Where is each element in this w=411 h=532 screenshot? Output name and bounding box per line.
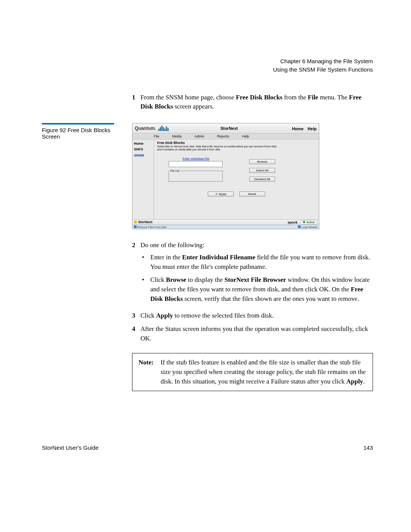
select-all-button[interactable]: Select All bbox=[249, 168, 275, 173]
file-list-legend: File List bbox=[169, 169, 180, 172]
figure-caption: Figure 92 Free Disk Blocks Screen bbox=[42, 127, 127, 140]
sidebar-item-home[interactable]: Home bbox=[133, 141, 153, 147]
sidebar: Home SNFS SNSM bbox=[132, 139, 154, 219]
help-link[interactable]: Help bbox=[307, 126, 317, 131]
check-icon: ✔ bbox=[215, 192, 218, 196]
brand-logo: Quantum. bbox=[135, 126, 156, 131]
page-header: Chapter 6 Managing the File System Using… bbox=[42, 57, 373, 74]
panel-title: Free Disk Blocks bbox=[157, 141, 316, 145]
footer-guide: StorNext User's Guide bbox=[42, 444, 99, 451]
logo-waves-icon bbox=[158, 126, 169, 131]
footer-host: spock bbox=[288, 220, 298, 224]
sidebar-item-snfs[interactable]: SNFS bbox=[133, 147, 153, 153]
status-left-text: Remove Files From Disk bbox=[137, 226, 167, 228]
active-pill: Active bbox=[300, 220, 317, 224]
sidebar-item-snsm[interactable]: SNSM bbox=[133, 153, 153, 159]
apply-button[interactable]: ✔Apply bbox=[208, 192, 234, 197]
content-panel: Free Disk Blocks Select files to remove … bbox=[154, 139, 319, 219]
panel-description: Select files to remove from disk. Note t… bbox=[157, 145, 279, 152]
reset-button[interactable]: Reset bbox=[239, 192, 265, 197]
menu-admin[interactable]: Admin bbox=[194, 134, 204, 138]
status-dot-icon bbox=[134, 220, 137, 224]
note-box: Note: If the stub files feature is enabl… bbox=[132, 353, 373, 391]
browse-button[interactable]: Browse bbox=[249, 159, 275, 164]
active-dot-icon bbox=[303, 221, 305, 223]
menu-bar: File Media Admin Reports Help bbox=[132, 134, 319, 139]
deselect-all-button[interactable]: Deselect All bbox=[249, 177, 275, 182]
enter-individual-file-link[interactable]: Enter Individual File bbox=[177, 157, 215, 160]
bullet-browse: • Click Browse to display the StorNext F… bbox=[140, 275, 373, 304]
figure-rule bbox=[42, 123, 114, 125]
app-topbar: Quantum. StorNext Home Help bbox=[132, 123, 319, 134]
individual-file-input[interactable] bbox=[169, 161, 223, 167]
menu-file[interactable]: File bbox=[154, 134, 159, 138]
footer-app: StorNext bbox=[138, 220, 153, 224]
menu-reports[interactable]: Reports bbox=[217, 134, 229, 138]
status-right-text: Local intranet bbox=[301, 226, 317, 228]
free-disk-blocks-screenshot: Quantum. StorNext Home Help File Media A… bbox=[132, 123, 319, 229]
menu-media[interactable]: Media bbox=[172, 134, 182, 138]
step-3: 3 Click Apply to remove the selected fil… bbox=[132, 311, 373, 321]
note-label: Note: bbox=[139, 358, 161, 386]
home-link[interactable]: Home bbox=[292, 126, 304, 131]
chapter-title: Chapter 6 Managing the File System bbox=[42, 57, 373, 66]
page-icon bbox=[134, 225, 137, 228]
page-footer: StorNext User's Guide 143 bbox=[42, 444, 373, 451]
bullet-enter-filename: • Enter in the Enter Individual Filename… bbox=[140, 253, 373, 272]
figure-caption-block: Figure 92 Free Disk Blocks Screen bbox=[42, 123, 127, 241]
section-title: Using the SNSM File System Functions bbox=[42, 66, 373, 74]
browser-status-bar: Remove Files From Disk Local intranet bbox=[132, 225, 319, 229]
step-4: 4 After the Status screen informs you th… bbox=[132, 324, 373, 343]
footer-page: 143 bbox=[363, 444, 373, 451]
footer-bar: StorNext spock Active bbox=[132, 219, 319, 225]
app-title: StorNext bbox=[171, 126, 287, 131]
file-list-box[interactable]: File List bbox=[169, 169, 223, 182]
step-1: 1 From the SNSM home page, choose Free D… bbox=[132, 93, 373, 115]
menu-help[interactable]: Help bbox=[242, 134, 249, 138]
zone-icon bbox=[298, 225, 301, 228]
step-2: 2 Do one of the following: • Enter in th… bbox=[132, 241, 373, 308]
